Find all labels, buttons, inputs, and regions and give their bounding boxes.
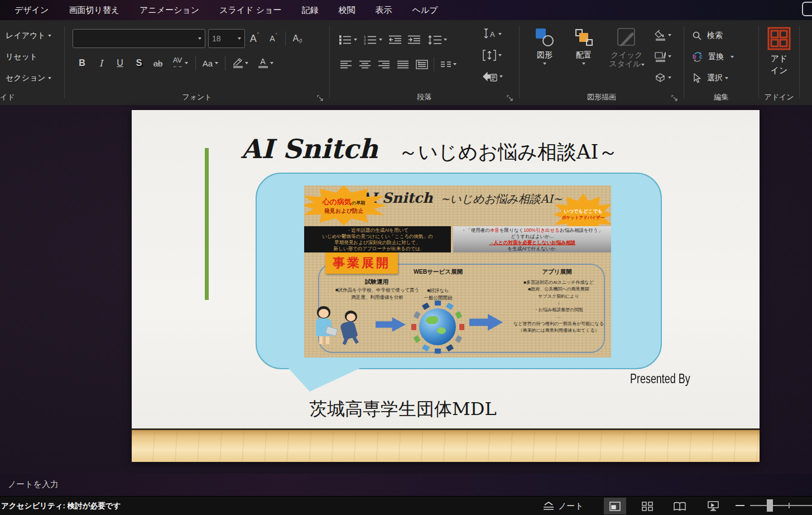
chevron-down-icon	[498, 54, 502, 56]
chevron-down-icon	[498, 33, 502, 35]
menu-tab-transitions[interactable]: 画面切り替え	[59, 0, 129, 20]
menu-tab-view[interactable]: 表示	[366, 0, 402, 20]
quick-styles-button[interactable]: クイック スタイル	[603, 25, 650, 87]
notes-pane[interactable]: ノートを入力	[0, 474, 812, 496]
font-color-icon: A	[258, 58, 268, 68]
menu-tab-record[interactable]: 記録	[292, 0, 329, 20]
text-shadow-button[interactable]: S	[129, 53, 148, 74]
align-text-button[interactable]	[483, 47, 502, 64]
clear-formatting-button[interactable]: A◊	[288, 28, 307, 49]
justify-button[interactable]	[393, 54, 412, 75]
align-left-button[interactable]	[337, 54, 355, 75]
zoom-out-button[interactable]	[736, 505, 744, 506]
globe-illustration	[411, 301, 464, 353]
character-spacing-icon: AV←→	[172, 57, 182, 69]
window-corner-icon[interactable]	[802, 2, 812, 16]
convert-smartart-icon	[483, 71, 497, 82]
menu-tab-review[interactable]: 校閲	[329, 0, 366, 20]
accessibility-status[interactable]: アクセシビリティ: 検討が必要です	[1, 501, 121, 511]
chevron-down-icon	[48, 77, 51, 79]
select-button[interactable]: 選択	[692, 69, 728, 87]
menu-tab-design[interactable]: デザイン	[4, 0, 59, 20]
slide[interactable]: AI Snitch ～いじめお悩み相談AI～ AI Snitch ~いじめお悩み…	[132, 110, 760, 462]
divider	[799, 26, 800, 98]
normal-view-button[interactable]	[604, 498, 626, 514]
character-spacing-button[interactable]: AV←→	[167, 53, 193, 74]
text-direction-button[interactable]: A	[483, 26, 502, 42]
slide-wood-floor	[132, 428, 760, 462]
menu-tab-help[interactable]: ヘルプ	[402, 0, 448, 20]
shapes-button[interactable]: 図形	[527, 25, 562, 87]
line-spacing-button[interactable]	[424, 29, 451, 50]
poster-problem-box: ・近年話題の生成AIを用いて いじめや鬱病等の見つけにくい「こころの病気」の 早…	[304, 226, 451, 252]
menu-tab-slideshow[interactable]: スライド ショー	[209, 0, 291, 20]
find-label: 検索	[707, 31, 723, 41]
paragraph-dialog-launcher[interactable]	[507, 94, 513, 101]
arrange-button[interactable]: 配置	[566, 25, 601, 87]
chevron-down-icon	[444, 39, 447, 41]
shape-effects-button[interactable]	[655, 69, 671, 86]
underline-button[interactable]: U	[110, 53, 129, 74]
increase-indent-button[interactable]	[405, 29, 424, 50]
layout-label: レイアウト	[6, 31, 46, 41]
chevron-down-icon	[245, 62, 248, 64]
chevron-down-icon	[379, 39, 382, 41]
italic-button[interactable]: I	[92, 53, 110, 74]
presented-by-text[interactable]: Presented By	[630, 371, 690, 387]
distribute-text-button[interactable]	[412, 54, 431, 75]
align-center-icon	[359, 60, 371, 69]
columns-button[interactable]	[436, 54, 461, 75]
decrease-indent-button[interactable]	[386, 29, 405, 50]
poster-col2-text: ■好評なら 一般公開開始	[411, 287, 465, 302]
speech-bubble-tail	[281, 366, 365, 392]
slideshow-view-button[interactable]	[702, 498, 724, 514]
slide-sorter-view-button[interactable]	[636, 498, 659, 514]
layout-button[interactable]: レイアウト	[6, 28, 51, 44]
drawing-dialog-launcher[interactable]	[671, 94, 678, 101]
numbering-button[interactable]: 123	[360, 29, 386, 50]
poster-col3-title: アプリ展開	[526, 268, 588, 276]
find-button[interactable]: 検索	[692, 27, 723, 45]
grow-font-button[interactable]: Aˆ	[245, 28, 264, 49]
highlight-color-button[interactable]	[228, 53, 253, 74]
notes-toggle-button[interactable]: ノート	[542, 498, 584, 514]
change-case-button[interactable]: Aa	[198, 53, 223, 74]
quick-styles-icon	[617, 27, 637, 47]
text-direction-icon: A	[483, 28, 496, 40]
align-right-button[interactable]	[374, 54, 393, 75]
slide-title-ja[interactable]: ～いじめお悩み相談AI～	[398, 139, 618, 165]
section-button[interactable]: セクション	[6, 70, 51, 86]
chevron-down-icon	[725, 77, 728, 79]
font-dialog-launcher[interactable]	[317, 94, 324, 101]
bullets-button[interactable]	[337, 29, 360, 50]
reading-view-button[interactable]	[669, 498, 691, 514]
font-name-combobox[interactable]	[73, 29, 205, 48]
arrange-label: 配置	[576, 50, 592, 60]
align-right-icon	[378, 60, 390, 69]
poster-image[interactable]: AI Snitch ~いじめお悩み相談AI~ 心の病気の早期 発見および防止 い…	[304, 185, 611, 357]
slide-title-en[interactable]: AI Snitch	[241, 133, 378, 164]
bold-button[interactable]: B	[73, 53, 92, 74]
shrink-font-button[interactable]: Aˇ	[264, 28, 283, 49]
ribbon-tab-bar: デザイン 画面切り替え アニメーション スライド ショー 記録 校閲 表示 ヘル…	[0, 0, 812, 20]
addins-button[interactable]: アド イン	[761, 25, 797, 87]
shape-fill-button[interactable]	[655, 27, 671, 44]
font-color-button[interactable]: A	[253, 53, 278, 74]
zoom-slider-track[interactable]	[750, 505, 812, 506]
strikethrough-button[interactable]: ab	[148, 53, 167, 74]
group-label-drawing: 図形描画	[520, 92, 684, 102]
zoom-slider-handle[interactable]	[767, 499, 773, 512]
font-size-value: 18	[212, 34, 221, 43]
credit-text[interactable]: 茨城高専学生団体MDL	[309, 397, 497, 422]
font-size-combobox[interactable]: 18	[208, 29, 245, 48]
align-center-button[interactable]	[355, 54, 374, 75]
search-icon	[692, 31, 702, 41]
ribbon-group-editing: 検索 b c 置換 選択 編集	[684, 20, 758, 105]
replace-button[interactable]: b c 置換	[692, 48, 734, 66]
convert-smartart-button[interactable]	[483, 68, 503, 85]
shape-outline-button[interactable]	[655, 48, 671, 65]
reset-button[interactable]: リセット	[6, 49, 37, 65]
poster-biz-label: 事業展開	[325, 252, 398, 274]
menu-tab-animations[interactable]: アニメーション	[129, 0, 209, 20]
chevron-down-icon	[543, 63, 546, 65]
